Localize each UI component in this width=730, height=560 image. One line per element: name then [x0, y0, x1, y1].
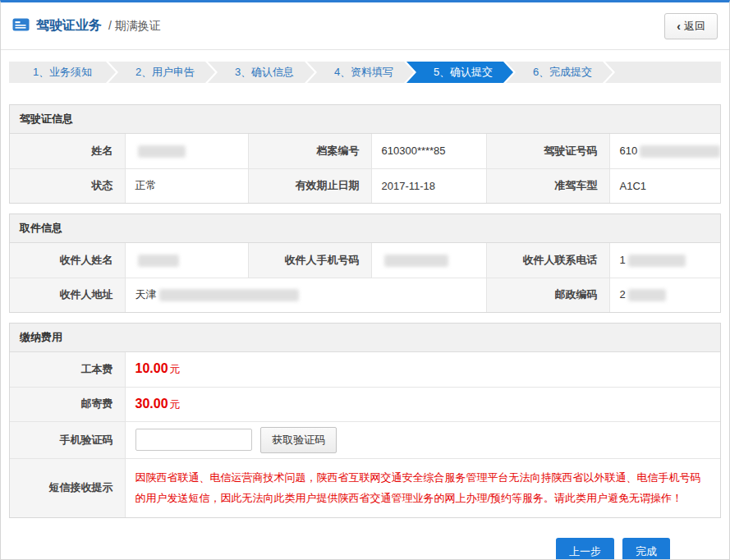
name-label: 姓名 [10, 134, 125, 168]
table-row: 手机验证码 获取验证码 [10, 421, 720, 458]
recipient-mobile-value [371, 243, 486, 278]
sms-notice-label: 短信接收提示 [10, 458, 125, 517]
pickup-info-title: 取件信息 [10, 214, 720, 243]
pickup-info-table: 收件人姓名 收件人手机号码 收件人联系电话 1 收件人地址 天津 邮政编码 2 [10, 243, 720, 312]
title-group: 驾驶证业务 / 期满换证 [12, 17, 161, 34]
license-no-value: 610 [609, 134, 720, 168]
license-info-section: 驾驶证信息 姓名 档案编号 610300****85 驾驶证号码 610 状态 [9, 104, 721, 204]
step-5-confirm-submit[interactable]: 5、确认提交 [406, 62, 513, 83]
page-subtitle: / 期满换证 [108, 19, 161, 34]
fees-table: 工本费 10.00元 邮寄费 30.00元 手机验证码 获取验证码 短信接收提示 [10, 352, 720, 517]
production-fee-unit: 元 [170, 363, 181, 375]
recipient-name-value [125, 243, 248, 278]
vehicle-type-label: 准驾车型 [486, 168, 609, 203]
step-4-fill-data[interactable]: 4、资料填写 [307, 62, 414, 83]
redacted-recipient-mobile [384, 255, 448, 267]
back-button[interactable]: ‹ 返回 [664, 13, 718, 39]
page: 驾驶证业务 / 期满换证 ‹ 返回 1、业务须知 2、用户申告 3、确认信息 4… [0, 0, 730, 560]
recipient-name-label: 收件人姓名 [10, 243, 125, 278]
file-no-value: 610300****85 [371, 134, 486, 168]
postal-code-label: 邮政编码 [486, 278, 609, 312]
redacted-license-no [640, 145, 720, 158]
license-no-prefix: 610 [620, 145, 638, 157]
page-header: 驾驶证业务 / 期满换证 ‹ 返回 [1, 2, 729, 50]
production-fee-value: 10.00元 [125, 352, 720, 387]
name-value [125, 134, 248, 168]
status-label: 状态 [10, 168, 125, 203]
redacted-recipient-phone [628, 255, 686, 267]
step-2-user-declaration[interactable]: 2、用户申告 [108, 62, 215, 83]
get-sms-code-button[interactable]: 获取验证码 [260, 427, 337, 453]
prev-step-button[interactable]: 上一步 [556, 538, 614, 560]
address-prefix: 天津 [135, 288, 157, 301]
action-buttons: 上一步 完成 [9, 528, 721, 560]
postal-code-value: 2 [609, 278, 720, 312]
address-label: 收件人地址 [10, 278, 125, 312]
back-label: 返回 [684, 19, 705, 34]
sms-code-label: 手机验证码 [10, 421, 125, 458]
steps-bar: 1、业务须知 2、用户申告 3、确认信息 4、资料填写 5、确认提交 6、完成提… [9, 62, 721, 83]
redacted-postal-code [628, 289, 666, 301]
mail-fee-amount: 30.00 [135, 397, 168, 411]
redacted-recipient-name [138, 255, 179, 267]
redacted-name [138, 145, 186, 158]
recipient-phone-value: 1 [609, 243, 720, 278]
mail-fee-unit: 元 [170, 398, 181, 411]
file-no-label: 档案编号 [248, 134, 371, 168]
sms-code-cell: 获取验证码 [125, 421, 720, 458]
step-3-confirm-info[interactable]: 3、确认信息 [208, 62, 314, 83]
sms-code-input[interactable] [135, 429, 252, 451]
table-row: 收件人地址 天津 邮政编码 2 [10, 278, 720, 312]
mail-fee-value: 30.00元 [125, 387, 720, 421]
content: 驾驶证信息 姓名 档案编号 610300****85 驾驶证号码 610 状态 [1, 104, 729, 560]
sms-notice-text: 因陕西省联通、电信运营商技术问题，陕西省互联网交通安全综合服务管理平台无法向持陕… [135, 467, 711, 508]
table-row: 邮寄费 30.00元 [10, 387, 720, 421]
step-6-complete-submit[interactable]: 6、完成提交 [506, 62, 613, 83]
postal-code-prefix: 2 [620, 288, 626, 301]
address-value: 天津 [125, 278, 486, 312]
license-info-table: 姓名 档案编号 610300****85 驾驶证号码 610 状态 正常 有效期… [10, 134, 720, 203]
recipient-phone-label: 收件人联系电话 [486, 243, 609, 278]
production-fee-label: 工本费 [10, 352, 125, 387]
expiry-label: 有效期止日期 [248, 168, 371, 203]
table-row: 短信接收提示 因陕西省联通、电信运营商技术问题，陕西省互联网交通安全综合服务管理… [10, 458, 720, 517]
recipient-mobile-label: 收件人手机号码 [248, 243, 371, 278]
finish-button[interactable]: 完成 [622, 538, 670, 560]
step-1-business-notice[interactable]: 1、业务须知 [9, 62, 116, 83]
redacted-address [159, 289, 299, 301]
mail-fee-label: 邮寄费 [10, 387, 125, 421]
page-title: 驾驶证业务 [36, 17, 102, 34]
fees-section: 缴纳费用 工本费 10.00元 邮寄费 30.00元 手机验证码 获取验证码 [9, 323, 721, 518]
pickup-info-section: 取件信息 收件人姓名 收件人手机号码 收件人联系电话 1 收件人地址 [9, 213, 721, 313]
table-row: 工本费 10.00元 [10, 352, 720, 387]
fees-title: 缴纳费用 [10, 324, 720, 352]
table-row: 收件人姓名 收件人手机号码 收件人联系电话 1 [10, 243, 720, 278]
production-fee-amount: 10.00 [135, 361, 168, 375]
back-chevron-icon: ‹ [677, 21, 681, 32]
license-info-title: 驾驶证信息 [10, 105, 720, 134]
sms-notice-cell: 因陕西省联通、电信运营商技术问题，陕西省互联网交通安全综合服务管理平台无法向持陕… [125, 458, 720, 517]
license-business-icon [12, 18, 30, 34]
steps-filler [605, 62, 721, 83]
table-row: 状态 正常 有效期止日期 2017-11-18 准驾车型 A1C1 [10, 168, 720, 203]
license-no-label: 驾驶证号码 [486, 134, 609, 168]
table-row: 姓名 档案编号 610300****85 驾驶证号码 610 [10, 134, 720, 168]
expiry-value: 2017-11-18 [371, 168, 486, 203]
vehicle-type-value: A1C1 [609, 168, 720, 203]
status-value: 正常 [125, 168, 248, 203]
recipient-phone-prefix: 1 [620, 254, 626, 266]
